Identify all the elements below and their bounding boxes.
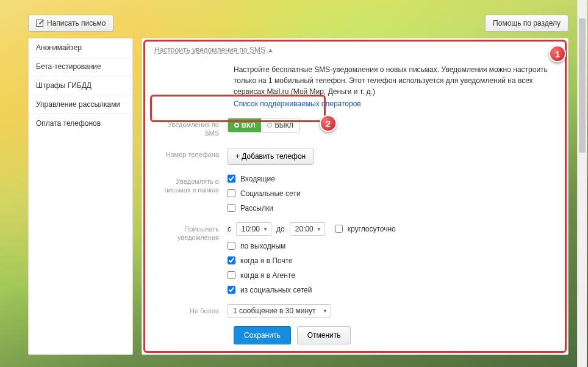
- send-check-social[interactable]: из социальных сетей: [228, 286, 396, 294]
- folder-check-inbox[interactable]: Входящие: [228, 175, 301, 183]
- help-label: Помощь по разделу: [493, 19, 561, 27]
- compose-button[interactable]: Написать письмо: [28, 15, 113, 32]
- label-limit: Не более: [154, 304, 228, 315]
- checkbox[interactable]: [228, 286, 235, 294]
- compose-label: Написать письмо: [47, 19, 106, 27]
- allday-check[interactable]: круглосуточно: [335, 225, 396, 233]
- checkbox[interactable]: [335, 225, 343, 233]
- save-button[interactable]: Сохранить: [234, 326, 291, 344]
- help-button[interactable]: Помощь по разделу: [485, 15, 568, 32]
- time-range-row: с 10:00 до 20:00 круглосуточно: [228, 222, 396, 236]
- to-label: до: [276, 225, 285, 233]
- scroll-thumb[interactable]: [579, 18, 586, 153]
- main-panel: Настроить уведомления по SMS ▲ Настройте…: [142, 38, 568, 355]
- sidebar-item-phone-pay[interactable]: Оплата телефонов: [29, 114, 132, 133]
- sms-toggle[interactable]: ВКЛ ВЫКЛ: [228, 118, 300, 133]
- annotation-badge-2: 2: [320, 115, 337, 132]
- toggle-on[interactable]: ВКЛ: [228, 118, 261, 132]
- checkbox[interactable]: [228, 256, 235, 264]
- label-phone: Номер телефона: [154, 148, 228, 159]
- section-description: Настройте бесплатные SMS-уведомления о н…: [234, 64, 556, 97]
- label-folders: Уведомлять о письмах в папках: [154, 175, 228, 195]
- top-bar: Написать письмо Помощь по разделу: [0, 0, 588, 38]
- footer-buttons: Сохранить Отменить: [154, 326, 556, 344]
- sidebar-item-beta[interactable]: Бета-тестирование: [29, 57, 132, 76]
- checkbox[interactable]: [228, 204, 235, 212]
- label-sms: Уведомления по SMS: [154, 118, 228, 138]
- checkbox[interactable]: [228, 189, 235, 197]
- label-send: Присылать уведомления: [154, 222, 228, 242]
- send-check-agent[interactable]: когда я в Агенте: [228, 271, 396, 280]
- checkbox[interactable]: [228, 242, 235, 250]
- scrollbar[interactable]: [577, 0, 587, 367]
- limit-select[interactable]: 1 сообщение в 30 минут: [228, 304, 331, 318]
- from-label: с: [228, 225, 231, 233]
- annotation-badge-1: 1: [549, 45, 566, 62]
- radio-off-icon: [267, 123, 272, 128]
- compose-icon: [36, 20, 43, 27]
- supported-operators-link[interactable]: Список поддерживаемых операторов: [234, 100, 361, 108]
- toggle-off[interactable]: ВЫКЛ: [261, 118, 299, 132]
- sidebar-item-mailings[interactable]: Управление рассылками: [29, 95, 132, 114]
- cancel-button[interactable]: Отменить: [297, 326, 351, 344]
- caret-up-icon: ▲: [268, 47, 273, 53]
- radio-on-icon: [234, 123, 239, 128]
- sidebar: Анонимайзер Бета-тестирование Штрафы ГИБ…: [28, 38, 133, 355]
- folder-check-mailings[interactable]: Рассылки: [228, 204, 301, 213]
- add-phone-button[interactable]: + Добавить телефон: [228, 148, 314, 165]
- folder-check-social[interactable]: Социальные сети: [228, 189, 301, 198]
- sidebar-item-fines[interactable]: Штрафы ГИБДД: [29, 76, 132, 95]
- send-check-weekends[interactable]: по выходным: [228, 242, 396, 250]
- section-title-text: Настроить уведомления по SMS: [154, 46, 265, 54]
- sidebar-item-anonymizer[interactable]: Анонимайзер: [29, 38, 132, 57]
- section-title-link[interactable]: Настроить уведомления по SMS ▲: [154, 46, 273, 60]
- time-from-select[interactable]: 10:00: [236, 222, 271, 236]
- time-to-select[interactable]: 20:00: [290, 222, 325, 236]
- checkbox[interactable]: [228, 175, 235, 183]
- checkbox[interactable]: [228, 271, 235, 279]
- send-check-mail[interactable]: когда я в Почте: [228, 256, 396, 265]
